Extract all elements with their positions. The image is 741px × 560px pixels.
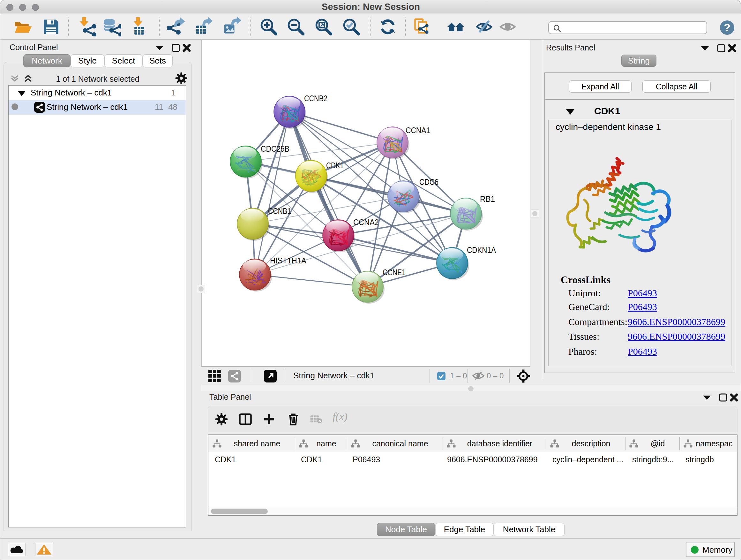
svg-text:CDK1: CDK1: [326, 161, 344, 170]
svg-text:CCNA1: CCNA1: [406, 125, 430, 135]
svg-text:CCNE1: CCNE1: [383, 267, 406, 277]
svg-text:CCNA2: CCNA2: [353, 217, 379, 227]
svg-text:CCNB1: CCNB1: [268, 206, 291, 216]
svg-text:CDKN1A: CDKN1A: [467, 245, 496, 255]
svg-text:RB1: RB1: [480, 194, 495, 204]
svg-text:CDC25B: CDC25B: [261, 144, 289, 153]
svg-text:HIST1H1A: HIST1H1A: [270, 256, 307, 265]
svg-text:CCNB2: CCNB2: [304, 94, 327, 103]
svg-text:CDC6: CDC6: [419, 177, 439, 187]
